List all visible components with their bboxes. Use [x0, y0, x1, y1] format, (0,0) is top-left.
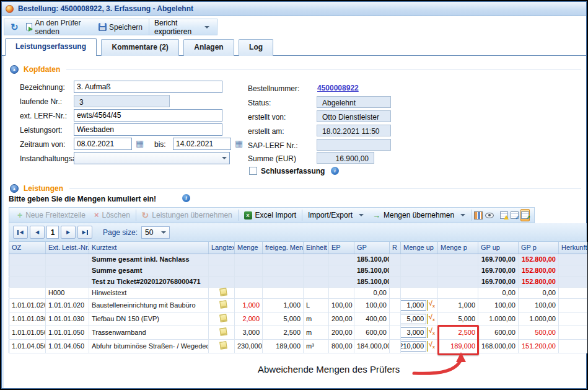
grid-row[interactable]: 1.01.01.0201.01.01.020Baustelleneinricht…: [9, 298, 587, 312]
import-export-menu[interactable]: Import/Export: [304, 211, 368, 219]
delete-button[interactable]: ×Löschen: [90, 211, 134, 219]
calculated-value-icon[interactable]: √x: [429, 300, 435, 309]
calculated-value-icon[interactable]: √x: [429, 314, 435, 323]
column-header-oz[interactable]: OZ: [9, 242, 46, 254]
grid-row[interactable]: 1.01.01.0301.01.01.030Tiefbau DN 150 (EV…: [9, 312, 587, 326]
column-header-einheit[interactable]: Einheit: [304, 242, 329, 254]
take-over-services-button[interactable]: ↻Leistungen übernehmen: [138, 211, 237, 219]
langtext-note-icon[interactable]: [219, 288, 227, 296]
export-report-label: Bericht exportieren: [154, 19, 201, 36]
info-icon[interactable]: i: [331, 167, 339, 175]
summe-eur-field: 16.900,00: [317, 152, 374, 164]
leistungsort-input[interactable]: [74, 123, 222, 136]
cell-gp: 185.100,00: [354, 265, 390, 276]
ext-lerf-nr-input[interactable]: [74, 109, 222, 122]
take-quantities-menu[interactable]: →Mengen übernehmen: [368, 211, 470, 220]
column-header-gp-p[interactable]: GP p: [519, 242, 559, 254]
column-header-ext-leist-nr-[interactable]: Ext. Leist.-Nr.: [46, 242, 89, 254]
grid-checked-view-button[interactable]: ✓: [510, 209, 519, 221]
status-field: Abgelehnt: [317, 96, 391, 108]
page-size-select[interactable]: 50: [141, 226, 170, 239]
langtext-note-icon[interactable]: [219, 314, 227, 322]
cell-r: [390, 339, 401, 353]
current-page[interactable]: 1: [46, 226, 59, 239]
grid-row[interactable]: Test zu Ticket#2020120768000471185.100,0…: [9, 276, 587, 287]
first-page-button[interactable]: ◀: [13, 226, 28, 239]
column-header-ep[interactable]: EP: [329, 242, 354, 254]
cell-herkunft: [559, 265, 587, 276]
last-page-button[interactable]: ▶: [77, 226, 92, 239]
window-title: Bestellung: 4500008922, 3. Erfassung - A…: [18, 4, 193, 13]
send-to-reviewer-button[interactable]: An den Prüfer senden: [22, 17, 95, 37]
bezeichnung-input[interactable]: [74, 81, 222, 93]
grid-row[interactable]: H000Hinweistext0,000,000,00: [9, 287, 587, 298]
column-header-r[interactable]: R: [390, 242, 401, 254]
info-icon[interactable]: i: [182, 194, 190, 202]
section-rule: [66, 69, 581, 69]
grid-row[interactable]: 1.01.01.0501.01.01.050Trassenwarnband3,0…: [9, 326, 587, 339]
calendar-icon[interactable]: ▦: [136, 139, 144, 148]
section-rule: [69, 188, 581, 188]
cell-r: [390, 326, 401, 339]
tab-log[interactable]: Log: [239, 39, 273, 56]
export-report-button[interactable]: Bericht exportieren: [149, 19, 214, 35]
chevron-down-icon: [222, 157, 227, 159]
column-header-gp[interactable]: GP: [354, 242, 390, 254]
collapse-up-icon[interactable]: ▲: [10, 65, 19, 74]
column-header-herkunft[interactable]: Herkunft: [559, 242, 587, 254]
grid-row[interactable]: Summe gesamt inkl. Nachlass185.100,00169…: [9, 254, 587, 265]
excel-import-button[interactable]: XExcel Import: [240, 211, 301, 219]
save-button[interactable]: Speichern: [95, 22, 146, 33]
menge-up-input[interactable]: [401, 341, 427, 352]
langtext-note-icon[interactable]: [219, 327, 227, 335]
schlusserfassung-checkbox[interactable]: [249, 167, 257, 175]
cell-einheit: [304, 265, 329, 276]
grid-warning-view-button[interactable]: [499, 209, 509, 221]
cell-gp_p: 1.000,00: [519, 312, 559, 326]
grid-compare-view-button[interactable]: ↗: [520, 209, 530, 221]
bestellnummer-link[interactable]: 4500008922: [317, 84, 359, 92]
menge-up-input[interactable]: [401, 314, 427, 324]
prev-page-button[interactable]: ◀: [30, 226, 45, 239]
cell-kurztext: Summe gesamt: [89, 265, 209, 276]
column-chooser-button[interactable]: [473, 209, 483, 221]
refresh-button[interactable]: ↻: [7, 22, 22, 32]
tab-leistungserfassung[interactable]: Leistungserfassung: [5, 38, 97, 56]
column-header-menge-up[interactable]: Menge up: [401, 242, 438, 254]
cell-menge_p: [438, 265, 478, 276]
tab-kommentare[interactable]: Kommentare (2): [101, 39, 178, 56]
column-header-gp-up[interactable]: GP up: [478, 242, 519, 254]
column-header-freigeg-menge[interactable]: freigeg. Menge: [263, 242, 304, 254]
chevron-down-icon: [204, 26, 209, 29]
cell-einheit: [304, 254, 329, 265]
date-to-input[interactable]: [173, 138, 231, 150]
cell-freigeg: 1,000: [263, 298, 304, 312]
next-page-button[interactable]: ▶: [61, 226, 76, 239]
cell-r: [390, 298, 401, 312]
cell-herkunft: [559, 287, 587, 298]
date-from-input[interactable]: [74, 138, 132, 150]
langtext-note-icon[interactable]: [219, 341, 227, 349]
kopfdaten-section-header: ▲ Kopfdaten: [10, 64, 581, 74]
cell-einheit: [304, 287, 329, 298]
changed-value-marker: [427, 314, 428, 324]
column-header-menge-p[interactable]: Menge p: [438, 242, 478, 254]
instandhaltungsart-select[interactable]: [74, 152, 230, 164]
cell-herkunft: [559, 326, 587, 339]
new-freetext-row-button[interactable]: +Neue Freitextzeile: [13, 211, 90, 219]
annotation-label: Abweichende Mengen des Prüfers: [258, 364, 400, 374]
tab-anlagen[interactable]: Anlagen: [183, 39, 234, 56]
column-header-langtext[interactable]: Langtext: [209, 242, 235, 254]
menge-up-input[interactable]: [401, 327, 427, 338]
calendar-icon[interactable]: ▦: [235, 139, 243, 148]
collapse-up-icon[interactable]: ▲: [10, 184, 19, 193]
visibility-button[interactable]: [485, 209, 494, 221]
grid-row[interactable]: Summe gesamt185.100,00169.700,00152.800,…: [9, 265, 587, 276]
calculated-value-icon[interactable]: √x: [429, 327, 435, 337]
menge-up-input[interactable]: [401, 300, 427, 311]
column-header-menge[interactable]: Menge: [235, 242, 263, 254]
grid-row[interactable]: 1.01.04.0501.01.04.050Abfuhr bituminöse …: [9, 339, 587, 353]
langtext-note-icon[interactable]: [219, 300, 227, 308]
column-header-kurztext[interactable]: Kurztext: [89, 242, 209, 254]
calculated-value-icon[interactable]: √x: [429, 341, 435, 350]
